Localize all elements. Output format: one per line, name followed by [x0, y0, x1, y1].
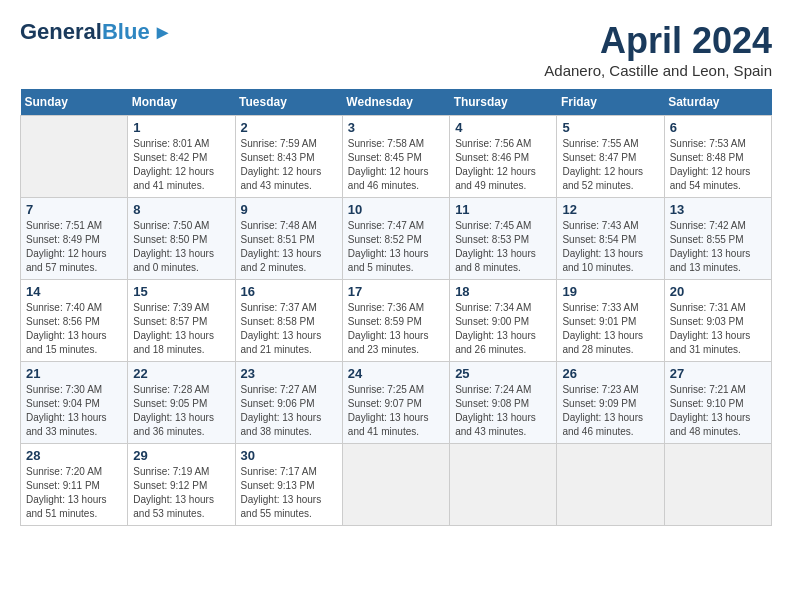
- day-info: Sunrise: 7:56 AM Sunset: 8:46 PM Dayligh…: [455, 137, 551, 193]
- logo-text: GeneralBlue: [20, 20, 150, 44]
- calendar-header: Sunday Monday Tuesday Wednesday Thursday…: [21, 89, 772, 116]
- page-header: GeneralBlue ► April 2024 Adanero, Castil…: [20, 20, 772, 79]
- calendar-table: Sunday Monday Tuesday Wednesday Thursday…: [20, 89, 772, 526]
- col-sunday: Sunday: [21, 89, 128, 116]
- day-info: Sunrise: 7:17 AM Sunset: 9:13 PM Dayligh…: [241, 465, 337, 521]
- day-number: 1: [133, 120, 229, 135]
- day-number: 11: [455, 202, 551, 217]
- day-number: 6: [670, 120, 766, 135]
- day-info: Sunrise: 7:21 AM Sunset: 9:10 PM Dayligh…: [670, 383, 766, 439]
- calendar-body: 1Sunrise: 8:01 AM Sunset: 8:42 PM Daylig…: [21, 116, 772, 526]
- day-info: Sunrise: 7:40 AM Sunset: 8:56 PM Dayligh…: [26, 301, 122, 357]
- col-wednesday: Wednesday: [342, 89, 449, 116]
- day-info: Sunrise: 7:36 AM Sunset: 8:59 PM Dayligh…: [348, 301, 444, 357]
- day-number: 26: [562, 366, 658, 381]
- day-number: 28: [26, 448, 122, 463]
- col-thursday: Thursday: [450, 89, 557, 116]
- calendar-cell: [664, 444, 771, 526]
- calendar-cell: 17Sunrise: 7:36 AM Sunset: 8:59 PM Dayli…: [342, 280, 449, 362]
- day-info: Sunrise: 7:30 AM Sunset: 9:04 PM Dayligh…: [26, 383, 122, 439]
- calendar-cell: 18Sunrise: 7:34 AM Sunset: 9:00 PM Dayli…: [450, 280, 557, 362]
- day-number: 3: [348, 120, 444, 135]
- header-row: Sunday Monday Tuesday Wednesday Thursday…: [21, 89, 772, 116]
- day-info: Sunrise: 7:53 AM Sunset: 8:48 PM Dayligh…: [670, 137, 766, 193]
- day-info: Sunrise: 7:33 AM Sunset: 9:01 PM Dayligh…: [562, 301, 658, 357]
- calendar-cell: 13Sunrise: 7:42 AM Sunset: 8:55 PM Dayli…: [664, 198, 771, 280]
- col-monday: Monday: [128, 89, 235, 116]
- day-number: 15: [133, 284, 229, 299]
- day-number: 22: [133, 366, 229, 381]
- logo: GeneralBlue ►: [20, 20, 172, 44]
- calendar-cell: 1Sunrise: 8:01 AM Sunset: 8:42 PM Daylig…: [128, 116, 235, 198]
- col-tuesday: Tuesday: [235, 89, 342, 116]
- calendar-cell: 27Sunrise: 7:21 AM Sunset: 9:10 PM Dayli…: [664, 362, 771, 444]
- day-info: Sunrise: 7:48 AM Sunset: 8:51 PM Dayligh…: [241, 219, 337, 275]
- calendar-cell: 12Sunrise: 7:43 AM Sunset: 8:54 PM Dayli…: [557, 198, 664, 280]
- calendar-cell: 4Sunrise: 7:56 AM Sunset: 8:46 PM Daylig…: [450, 116, 557, 198]
- calendar-cell: 5Sunrise: 7:55 AM Sunset: 8:47 PM Daylig…: [557, 116, 664, 198]
- day-info: Sunrise: 7:37 AM Sunset: 8:58 PM Dayligh…: [241, 301, 337, 357]
- day-number: 2: [241, 120, 337, 135]
- calendar-cell: [557, 444, 664, 526]
- calendar-cell: 10Sunrise: 7:47 AM Sunset: 8:52 PM Dayli…: [342, 198, 449, 280]
- calendar-cell: 2Sunrise: 7:59 AM Sunset: 8:43 PM Daylig…: [235, 116, 342, 198]
- day-number: 8: [133, 202, 229, 217]
- calendar-cell: [342, 444, 449, 526]
- calendar-cell: 21Sunrise: 7:30 AM Sunset: 9:04 PM Dayli…: [21, 362, 128, 444]
- day-number: 25: [455, 366, 551, 381]
- day-number: 29: [133, 448, 229, 463]
- location-subtitle: Adanero, Castille and Leon, Spain: [544, 62, 772, 79]
- day-number: 12: [562, 202, 658, 217]
- calendar-cell: 8Sunrise: 7:50 AM Sunset: 8:50 PM Daylig…: [128, 198, 235, 280]
- calendar-cell: 6Sunrise: 7:53 AM Sunset: 8:48 PM Daylig…: [664, 116, 771, 198]
- calendar-cell: 3Sunrise: 7:58 AM Sunset: 8:45 PM Daylig…: [342, 116, 449, 198]
- title-area: April 2024 Adanero, Castille and Leon, S…: [544, 20, 772, 79]
- calendar-week-2: 7Sunrise: 7:51 AM Sunset: 8:49 PM Daylig…: [21, 198, 772, 280]
- calendar-cell: 11Sunrise: 7:45 AM Sunset: 8:53 PM Dayli…: [450, 198, 557, 280]
- calendar-cell: 20Sunrise: 7:31 AM Sunset: 9:03 PM Dayli…: [664, 280, 771, 362]
- day-info: Sunrise: 7:19 AM Sunset: 9:12 PM Dayligh…: [133, 465, 229, 521]
- col-friday: Friday: [557, 89, 664, 116]
- day-number: 5: [562, 120, 658, 135]
- day-number: 27: [670, 366, 766, 381]
- day-info: Sunrise: 7:47 AM Sunset: 8:52 PM Dayligh…: [348, 219, 444, 275]
- calendar-week-5: 28Sunrise: 7:20 AM Sunset: 9:11 PM Dayli…: [21, 444, 772, 526]
- day-info: Sunrise: 7:43 AM Sunset: 8:54 PM Dayligh…: [562, 219, 658, 275]
- day-info: Sunrise: 7:50 AM Sunset: 8:50 PM Dayligh…: [133, 219, 229, 275]
- day-info: Sunrise: 7:39 AM Sunset: 8:57 PM Dayligh…: [133, 301, 229, 357]
- day-info: Sunrise: 7:27 AM Sunset: 9:06 PM Dayligh…: [241, 383, 337, 439]
- calendar-week-4: 21Sunrise: 7:30 AM Sunset: 9:04 PM Dayli…: [21, 362, 772, 444]
- day-number: 13: [670, 202, 766, 217]
- day-info: Sunrise: 7:59 AM Sunset: 8:43 PM Dayligh…: [241, 137, 337, 193]
- calendar-cell: 30Sunrise: 7:17 AM Sunset: 9:13 PM Dayli…: [235, 444, 342, 526]
- day-info: Sunrise: 7:51 AM Sunset: 8:49 PM Dayligh…: [26, 219, 122, 275]
- calendar-cell: 23Sunrise: 7:27 AM Sunset: 9:06 PM Dayli…: [235, 362, 342, 444]
- day-number: 23: [241, 366, 337, 381]
- day-number: 10: [348, 202, 444, 217]
- day-info: Sunrise: 7:24 AM Sunset: 9:08 PM Dayligh…: [455, 383, 551, 439]
- calendar-cell: 28Sunrise: 7:20 AM Sunset: 9:11 PM Dayli…: [21, 444, 128, 526]
- day-info: Sunrise: 7:45 AM Sunset: 8:53 PM Dayligh…: [455, 219, 551, 275]
- calendar-cell: [21, 116, 128, 198]
- day-info: Sunrise: 7:20 AM Sunset: 9:11 PM Dayligh…: [26, 465, 122, 521]
- day-number: 24: [348, 366, 444, 381]
- day-number: 17: [348, 284, 444, 299]
- day-info: Sunrise: 7:34 AM Sunset: 9:00 PM Dayligh…: [455, 301, 551, 357]
- day-number: 19: [562, 284, 658, 299]
- month-title: April 2024: [544, 20, 772, 62]
- calendar-cell: 15Sunrise: 7:39 AM Sunset: 8:57 PM Dayli…: [128, 280, 235, 362]
- day-info: Sunrise: 7:42 AM Sunset: 8:55 PM Dayligh…: [670, 219, 766, 275]
- calendar-cell: 16Sunrise: 7:37 AM Sunset: 8:58 PM Dayli…: [235, 280, 342, 362]
- day-number: 30: [241, 448, 337, 463]
- calendar-cell: 26Sunrise: 7:23 AM Sunset: 9:09 PM Dayli…: [557, 362, 664, 444]
- calendar-cell: 7Sunrise: 7:51 AM Sunset: 8:49 PM Daylig…: [21, 198, 128, 280]
- day-info: Sunrise: 7:28 AM Sunset: 9:05 PM Dayligh…: [133, 383, 229, 439]
- day-number: 9: [241, 202, 337, 217]
- day-number: 20: [670, 284, 766, 299]
- day-info: Sunrise: 7:31 AM Sunset: 9:03 PM Dayligh…: [670, 301, 766, 357]
- day-number: 7: [26, 202, 122, 217]
- day-info: Sunrise: 7:23 AM Sunset: 9:09 PM Dayligh…: [562, 383, 658, 439]
- calendar-cell: 19Sunrise: 7:33 AM Sunset: 9:01 PM Dayli…: [557, 280, 664, 362]
- calendar-week-1: 1Sunrise: 8:01 AM Sunset: 8:42 PM Daylig…: [21, 116, 772, 198]
- calendar-week-3: 14Sunrise: 7:40 AM Sunset: 8:56 PM Dayli…: [21, 280, 772, 362]
